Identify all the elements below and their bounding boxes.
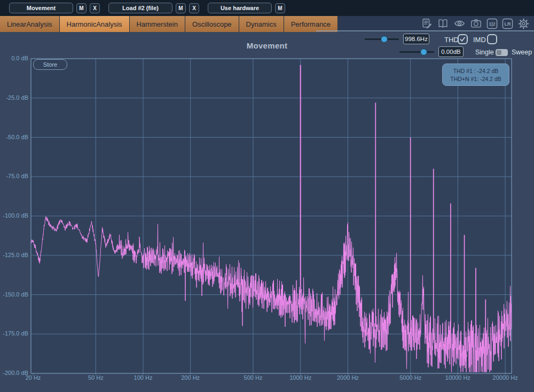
thd-readout-line2: THD+N #1: -24.2 dB [443, 76, 509, 82]
x-tick-label: 100 Hz [122, 374, 164, 381]
y-tick-label: -150.0 dB [0, 291, 28, 298]
x-tick-label: 10000 Hz [436, 374, 479, 381]
x-tick-label: 500 Hz [232, 374, 274, 381]
x-tick-label: 2000 Hz [326, 374, 369, 381]
y-tick-label: 0.0 dB [0, 55, 28, 61]
y-tick-label: -100.0 dB [0, 212, 28, 219]
spectrum-plot [0, 0, 534, 392]
x-tick-label: 200 Hz [169, 374, 212, 381]
plugin-window: MovementMXLoad #2 (file)MXUse hardwareM … [0, 0, 534, 392]
x-tick-label: 20000 Hz [484, 374, 527, 381]
x-tick-label: 5000 Hz [389, 374, 432, 381]
y-tick-label: -75.0 dB [0, 173, 28, 179]
x-tick-label: 50 Hz [74, 374, 117, 381]
y-tick-label: -25.0 dB [0, 94, 28, 101]
y-tick-label: -175.0 dB [0, 330, 28, 337]
thd-readout-line1: THD #1 : -24.2 dB [443, 68, 509, 74]
x-tick-label: 1000 Hz [279, 374, 322, 381]
store-button[interactable]: Store [33, 59, 67, 70]
x-tick-label: 20 Hz [12, 374, 54, 381]
y-tick-label: -125.0 dB [0, 252, 28, 258]
y-tick-label: -50.0 dB [0, 134, 28, 140]
thd-readout-box: THD #1 : -24.2 dB THD+N #1: -24.2 dB [442, 63, 509, 86]
